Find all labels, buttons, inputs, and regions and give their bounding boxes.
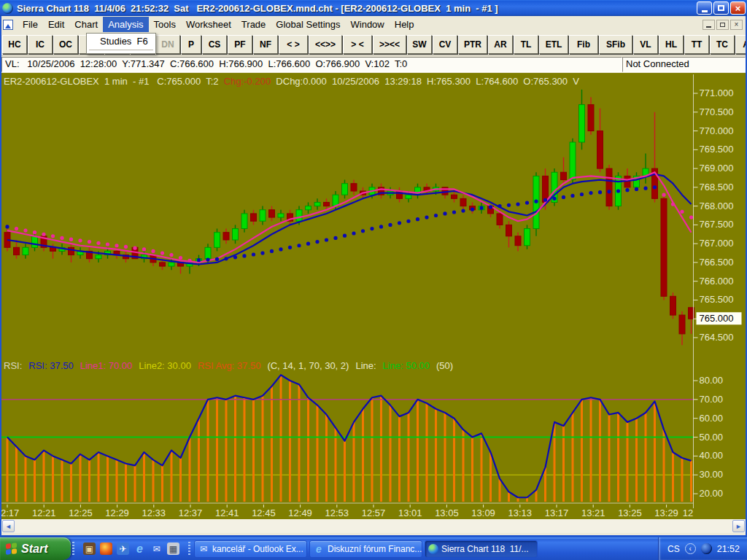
- fire-icon[interactable]: [100, 542, 112, 555]
- menu-help[interactable]: Help: [390, 17, 419, 32]
- start-button[interactable]: Start: [0, 537, 71, 560]
- toolbar-button-arrows[interactable]: > <: [343, 35, 372, 54]
- mdi-close-button[interactable]: ×: [730, 20, 743, 30]
- connection-status: Not Connected: [622, 57, 746, 72]
- taskband-grip: [188, 542, 190, 556]
- outlook-express-icon[interactable]: ✉: [150, 542, 163, 555]
- text-part: RSI:: [4, 360, 22, 371]
- toolbar-button-arrows[interactable]: < >: [279, 35, 308, 54]
- calculator-icon[interactable]: ▦: [167, 542, 179, 555]
- text-part: (50): [436, 360, 453, 371]
- chart-header-values: ER2-200612-GLOBEX 1 min - #1 C:765.000 T…: [4, 76, 579, 87]
- toolbar-button-dn[interactable]: DN: [155, 35, 180, 54]
- menu-window[interactable]: Window: [346, 17, 390, 32]
- title-bar[interactable]: Sierra Chart 118 11/4/06 21:52:32 Sat ER…: [0, 0, 747, 16]
- ie-icon[interactable]: e: [133, 542, 146, 555]
- close-button[interactable]: ×: [730, 1, 746, 15]
- time-axis-label: 13:29: [654, 508, 678, 518]
- menu-trade[interactable]: Trade: [236, 17, 271, 32]
- mdi-minimize-button[interactable]: [703, 20, 715, 30]
- text-part: RSI Avg: 37.50: [198, 360, 261, 371]
- menu-worksheet[interactable]: Worksheet: [181, 17, 236, 32]
- language-indicator[interactable]: CS: [667, 544, 680, 554]
- toolbar-button-pf[interactable]: PF: [228, 35, 252, 54]
- candlestick-series: [4, 104, 694, 333]
- toolbar-button-sfib[interactable]: SFib: [599, 35, 632, 54]
- time-axis-label: 12:29: [105, 508, 129, 518]
- minimize-button[interactable]: [697, 1, 712, 15]
- menu-edit[interactable]: Edit: [43, 17, 69, 32]
- taskbar: Start ▣✈e✉▦ ✉kancelář - Outlook Ex...eDi…: [0, 537, 747, 560]
- toolbar-button-ar[interactable]: AR: [488, 35, 513, 54]
- menu-chart[interactable]: Chart: [69, 17, 103, 32]
- toolbar-button-ptr[interactable]: PTR: [458, 35, 487, 54]
- sierra-chart-app-icon: [2, 3, 13, 14]
- task-button-inactive[interactable]: eDiskuzní fórum Financ...: [309, 540, 422, 558]
- toolbar-button-ic[interactable]: IC: [28, 35, 53, 54]
- menu-file[interactable]: File: [18, 17, 43, 32]
- mdi-restore-button[interactable]: [716, 20, 729, 30]
- toolbar-button-sw[interactable]: SW: [407, 35, 432, 54]
- toolbar-button-tt[interactable]: TT: [684, 35, 709, 54]
- task-button-active[interactable]: Sierra Chart 118 11/...: [425, 540, 538, 558]
- time-axis-label: 12:37: [179, 508, 203, 518]
- toolbar-button-p[interactable]: P: [181, 35, 201, 54]
- menu-tools[interactable]: Tools: [149, 17, 181, 32]
- toolbar-button-vl[interactable]: VL: [633, 35, 658, 54]
- toolbar-button-cs[interactable]: CS: [202, 35, 227, 54]
- toolbar-button-nf[interactable]: NF: [253, 35, 278, 54]
- price-axis-label: 766.500: [700, 257, 734, 268]
- time-axis-label: 12:17: [1, 508, 19, 518]
- messenger-icon[interactable]: ✈: [117, 542, 129, 555]
- chart-window-icon[interactable]: [3, 20, 13, 30]
- desktop: Sierra Chart 118 11/4/06 21:52:32 Sat ER…: [0, 0, 747, 560]
- price-chart-canvas[interactable]: 771.000770.500770.000769.500769.000768.5…: [1, 73, 746, 519]
- time-axis-label: 12:53: [325, 508, 349, 518]
- outlook-express-icon: ✉: [198, 543, 209, 555]
- toolbar-button-hl[interactable]: HL: [659, 35, 684, 54]
- text-part: Line1: 70.00: [80, 360, 133, 371]
- restore-button[interactable]: [713, 1, 729, 15]
- toolbar-button-oc[interactable]: OC: [53, 35, 78, 54]
- rsi-axis-label: 70.00: [700, 394, 724, 405]
- toolbar-button-fib[interactable]: Fib: [569, 35, 598, 54]
- tray-connection-icon[interactable]: [701, 543, 712, 554]
- toolbar-button-arrows[interactable]: <<>>: [309, 35, 342, 54]
- time-axis-label: 13:01: [398, 508, 422, 518]
- menu-item-studies[interactable]: Studies F6: [87, 34, 155, 48]
- hide-icons-chevron-icon[interactable]: ‹: [685, 543, 696, 554]
- rsi-axis-label: 80.00: [700, 375, 724, 386]
- scroll-left-arrow[interactable]: ◄: [2, 520, 15, 532]
- rsi-line: [7, 375, 692, 497]
- menu-analysis[interactable]: Analysis: [103, 17, 148, 32]
- toolbar-button-arrows[interactable]: >><<: [373, 35, 406, 54]
- text-part: Chg:-0.200: [224, 76, 271, 87]
- text-part: ER2-200612-GLOBEX 1 min - #1 C:765.000 T…: [4, 76, 224, 87]
- app-icon[interactable]: ▣: [83, 542, 96, 555]
- toolbar-button-etl[interactable]: ETL: [539, 35, 568, 54]
- chart-region[interactable]: ER2-200612-GLOBEX 1 min - #1 C:765.000 T…: [1, 73, 746, 519]
- menu-global-settings[interactable]: Global Settings: [271, 17, 345, 32]
- toolbar-button-cv[interactable]: CV: [433, 35, 457, 54]
- time-axis-label: 13:21: [581, 508, 605, 518]
- toolbar-button-hc[interactable]: HC: [2, 35, 27, 54]
- time-axis-label: 12:25: [69, 508, 93, 518]
- toolbar-button-tl[interactable]: TL: [514, 35, 538, 54]
- price-axis-label: 768.500: [700, 182, 734, 192]
- ma-slow-blue-line: [7, 174, 692, 265]
- toolbar-button-tc[interactable]: TC: [710, 35, 735, 54]
- price-axis-label: 765.500: [700, 294, 734, 305]
- window-frame-left: [0, 16, 1, 535]
- time-axis-label: 13:05: [435, 508, 459, 518]
- scroll-right-arrow[interactable]: ►: [732, 520, 745, 532]
- price-axis-label: 769.500: [700, 144, 734, 155]
- time-axis-label: 13:13: [508, 508, 533, 518]
- task-button-label: Diskuzní fórum Financ...: [328, 544, 422, 554]
- text-part: Line2: 30.00: [139, 360, 191, 371]
- rsi-study-legend: RSI:RSI: 37.50Line1: 70.00Line2: 30.00RS…: [4, 360, 460, 371]
- time-axis-label: 12:45: [252, 508, 276, 518]
- rsi-avg-bars: [7, 375, 692, 502]
- toolbar-button-ar[interactable]: Ar: [735, 35, 746, 54]
- horizontal-scrollbar[interactable]: ◄ ►: [1, 519, 746, 533]
- task-button-inactive[interactable]: ✉kancelář - Outlook Ex...: [194, 540, 307, 558]
